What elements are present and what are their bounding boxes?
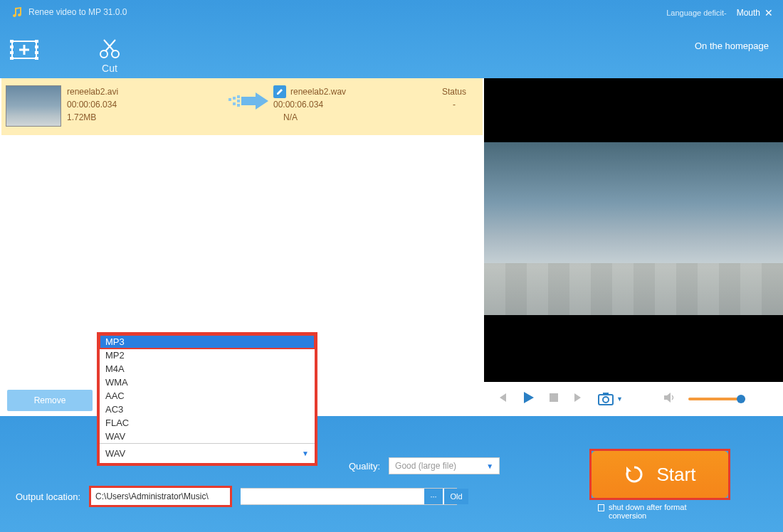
- cut-label: Cut: [102, 63, 117, 74]
- browse-button[interactable]: ···: [424, 489, 443, 504]
- output-location-label: Output location:: [16, 491, 80, 502]
- edit-target-icon[interactable]: [273, 85, 286, 98]
- target-file-info: reneelab2.wav 00:00:06.034 N/A: [273, 85, 433, 124]
- snapshot-button[interactable]: ▼: [598, 392, 623, 406]
- target-size: N/A: [273, 111, 433, 124]
- play-icon[interactable]: [521, 390, 535, 408]
- preview-letterbox-top: [484, 78, 783, 142]
- add-file-label: [23, 65, 25, 74]
- old-button[interactable]: Old: [444, 489, 468, 504]
- add-file-icon: [10, 38, 38, 63]
- format-option-wma[interactable]: WMA: [100, 376, 315, 389]
- convert-arrow-icon: [224, 85, 273, 111]
- chevron-down-icon: ▼: [486, 462, 493, 470]
- svg-point-20: [603, 397, 609, 403]
- svg-rect-2: [10, 46, 14, 48]
- svg-rect-8: [35, 57, 38, 60]
- svg-point-10: [112, 50, 119, 58]
- refresh-icon: [624, 464, 644, 484]
- source-size: 1.72MB: [67, 111, 224, 124]
- format-current-selector[interactable]: WAV ▼: [100, 443, 315, 463]
- volume-icon[interactable]: [663, 391, 676, 407]
- quality-label: Quality:: [349, 461, 380, 472]
- preview-letterbox-bottom: [484, 315, 783, 382]
- svg-rect-15: [237, 100, 240, 102]
- source-filename: reneelab2.avi: [67, 85, 224, 98]
- start-button[interactable]: Start: [592, 451, 728, 498]
- remove-button[interactable]: Remove: [7, 390, 93, 411]
- svg-rect-7: [35, 51, 38, 54]
- chevron-down-icon: ▼: [302, 449, 309, 457]
- shutdown-checkbox[interactable]: [598, 504, 604, 511]
- format-option-aac[interactable]: AAC: [100, 389, 315, 403]
- format-option-mp3[interactable]: MP3: [100, 335, 315, 349]
- app-logo-icon: [10, 6, 23, 18]
- format-dropdown[interactable]: MP3 MP2 M4A WMA AAC AC3 FLAC WAV WAV ▼: [97, 332, 317, 466]
- shutdown-label: shut down after format conversion: [609, 503, 712, 520]
- language-link[interactable]: Language deficit-: [666, 9, 726, 17]
- svg-rect-16: [237, 104, 240, 107]
- mouth-link[interactable]: Mouth ✕: [737, 7, 773, 18]
- cut-icon: [95, 36, 124, 60]
- svg-rect-14: [237, 95, 240, 98]
- volume-thumb[interactable]: [737, 395, 745, 403]
- source-file-info: reneelab2.avi 00:00:06.034 1.72MB: [67, 85, 224, 124]
- format-option-m4a[interactable]: M4A: [100, 362, 315, 376]
- source-duration: 00:00:06.034: [67, 98, 224, 111]
- svg-rect-5: [35, 40, 38, 43]
- close-icon[interactable]: ✕: [764, 7, 773, 18]
- next-track-icon[interactable]: [572, 391, 585, 407]
- svg-rect-12: [233, 97, 236, 100]
- stop-icon[interactable]: [548, 392, 559, 406]
- source-thumbnail: [6, 85, 61, 127]
- format-option-ac3[interactable]: AC3: [100, 403, 315, 416]
- homepage-link[interactable]: On the homepage: [695, 41, 769, 51]
- cut-button[interactable]: Cut: [95, 36, 124, 74]
- svg-rect-3: [10, 51, 14, 54]
- quality-select[interactable]: Good (large file) ▼: [389, 457, 500, 474]
- prev-track-icon[interactable]: [495, 391, 508, 407]
- format-option-flac[interactable]: FLAC: [100, 416, 315, 430]
- svg-rect-4: [10, 57, 14, 60]
- svg-rect-21: [603, 393, 609, 395]
- snapshot-chevron-icon: ▼: [616, 395, 623, 403]
- file-list-row[interactable]: reneelab2.avi 00:00:06.034 1.72MB reneel: [1, 78, 483, 135]
- format-option-mp2[interactable]: MP2: [100, 349, 315, 362]
- target-filename: reneelab2.wav: [290, 85, 346, 98]
- target-duration: 00:00:06.034: [273, 98, 433, 111]
- volume-slider[interactable]: [688, 398, 745, 400]
- svg-point-9: [100, 50, 107, 58]
- svg-rect-17: [241, 97, 256, 105]
- svg-rect-18: [550, 393, 558, 402]
- format-list[interactable]: MP3 MP2 M4A WMA AAC AC3 FLAC WAV: [100, 335, 315, 443]
- status-header: Status: [433, 85, 475, 98]
- status-value: -: [433, 98, 475, 111]
- svg-rect-1: [10, 40, 14, 43]
- svg-rect-6: [35, 46, 38, 48]
- add-file-button[interactable]: [10, 38, 38, 74]
- app-title: Renee video to MP 31.0.0: [28, 7, 127, 17]
- preview-image: [484, 142, 783, 315]
- svg-rect-13: [233, 102, 236, 105]
- svg-rect-11: [228, 98, 231, 101]
- format-option-wav[interactable]: WAV: [100, 430, 315, 443]
- output-path-input[interactable]: [91, 488, 230, 505]
